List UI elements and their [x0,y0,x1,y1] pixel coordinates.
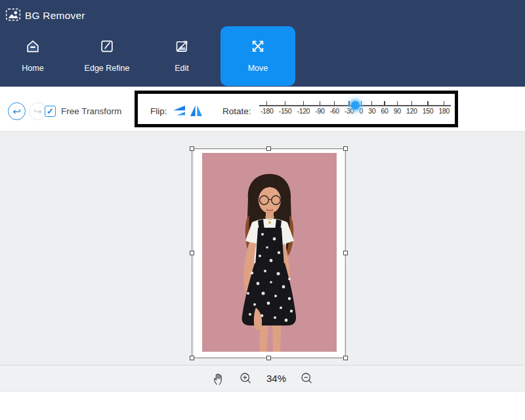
tick: -180 [261,101,273,115]
tab-move-label: Move [248,64,268,73]
undo-icon: ↩ [12,106,21,116]
tick: 0 [359,101,362,115]
brand: BG Remover [5,7,85,25]
free-transform-checkbox[interactable]: ✓ [45,106,56,117]
edge-refine-icon [98,38,116,57]
home-icon [24,38,41,57]
pan-hand-icon[interactable] [211,371,226,386]
zoom-controls: 34% [0,365,525,392]
rotate-slider[interactable]: -180 -150 -120 -90 -60 -30 0 30 60 90 12… [259,96,453,123]
tick: 60 [381,101,388,115]
selection-handle-ne[interactable] [343,146,348,151]
selection-handle-e[interactable] [343,251,348,255]
tick: 150 [423,101,433,115]
tick: 30 [368,101,375,115]
editor-canvas[interactable] [0,131,525,365]
tab-edit-label: Edit [175,64,189,73]
flip-vertical-icon[interactable] [189,104,203,117]
subject-image[interactable] [194,150,345,357]
rotate-slider-handle[interactable] [351,101,360,110]
app-title: BG Remover [25,10,85,22]
tick: -150 [279,101,291,115]
app-header: BG Remover Home Edge Refine [0,0,525,87]
edit-icon [173,38,190,57]
selection-handle-sw[interactable] [190,356,194,360]
flip-horizontal-icon[interactable] [171,104,186,117]
rotate-label: Rotate: [222,106,251,116]
checkmark-icon: ✓ [47,106,54,116]
footer-bar: ‹ › New Image Download [0,392,525,420]
tick: -60 [330,101,339,115]
move-icon [249,38,266,57]
tick: -120 [297,101,310,115]
selection-handle-w[interactable] [190,251,194,255]
tick: -90 [315,101,324,115]
redo-icon: ↪ [33,106,42,116]
selection-handle-se[interactable] [343,356,348,360]
undo-button[interactable]: ↩ [8,102,26,120]
selection-handle-n[interactable] [266,146,271,151]
tab-home[interactable]: Home [0,26,67,86]
transform-toolbar: ↩ ↪ ✓ Free Transform Flip: Rotate: - [0,87,525,131]
zoom-in-icon[interactable] [239,371,253,386]
tab-edit[interactable]: Edit [148,26,216,86]
selection-handle-nw[interactable] [190,146,194,151]
tab-move[interactable]: Move [220,26,295,86]
person-illustration [202,153,337,352]
tick: 90 [394,101,401,115]
flip-label: Flip: [150,106,167,116]
redo-button[interactable]: ↪ [29,102,47,120]
tab-edge-refine[interactable]: Edge Refine [73,26,141,86]
bg-remover-app: BG Remover Home Edge Refine [0,0,525,420]
selection-handle-s[interactable] [266,356,271,360]
zoom-level-value: 34% [266,373,286,384]
tab-edge-refine-label: Edge Refine [85,64,130,73]
tab-home-label: Home [22,64,43,73]
photo-background [202,153,337,352]
bg-remover-logo-icon [5,7,21,25]
tick: 180 [439,101,450,115]
zoom-out-icon[interactable] [299,371,314,386]
tick: 120 [406,101,417,115]
free-transform-label: Free Transform [61,106,121,116]
